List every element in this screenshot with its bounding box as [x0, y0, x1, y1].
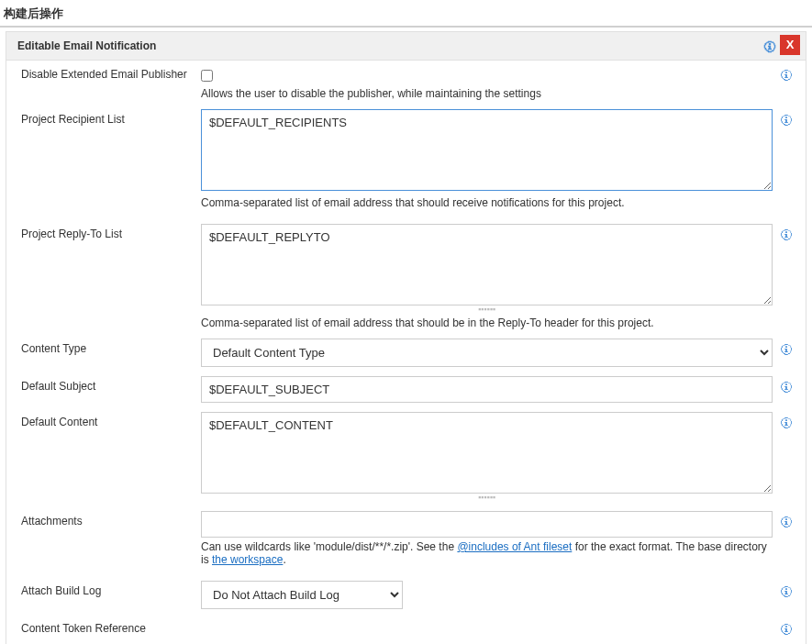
help-icon[interactable]: 🛈: [780, 380, 793, 394]
attachments-label: Attachments: [21, 511, 201, 527]
default-subject-label: Default Subject: [21, 376, 201, 393]
disable-publisher-checkbox[interactable]: [201, 70, 213, 82]
ant-fileset-link[interactable]: @includes of Ant fileset: [457, 540, 572, 553]
help-icon[interactable]: 🛈: [780, 584, 793, 599]
panel-title: Editable Email Notification: [17, 39, 156, 52]
default-content-textarea[interactable]: [201, 412, 773, 494]
help-icon[interactable]: 🛈: [763, 39, 776, 54]
replyto-list-label: Project Reply-To List: [21, 224, 201, 240]
help-icon[interactable]: 🛈: [780, 228, 793, 242]
default-content-label: Default Content: [21, 412, 201, 428]
recipient-list-label: Project Recipient List: [21, 109, 201, 126]
close-button[interactable]: X: [780, 35, 800, 55]
help-icon[interactable]: 🛈: [780, 515, 793, 529]
panel-header: Editable Email Notification 🛈 X: [6, 32, 806, 61]
recipient-list-textarea[interactable]: [201, 109, 773, 191]
help-icon[interactable]: 🛈: [780, 113, 793, 128]
help-icon[interactable]: 🛈: [780, 68, 793, 83]
section-header: 构建后操作: [0, 0, 812, 28]
attach-build-log-label: Attach Build Log: [21, 581, 201, 597]
replyto-list-textarea[interactable]: [201, 224, 773, 305]
disable-publisher-desc: Allows the user to disable the publisher…: [201, 87, 796, 100]
content-type-label: Content Type: [21, 339, 201, 355]
attachments-input[interactable]: [201, 511, 773, 538]
email-notification-panel: Editable Email Notification 🛈 X Disable …: [6, 31, 806, 644]
default-subject-input[interactable]: [201, 376, 773, 403]
workspace-link[interactable]: the workspace: [212, 553, 283, 566]
content-token-ref-label: Content Token Reference: [21, 618, 201, 635]
content-type-select[interactable]: Default Content Type: [201, 339, 773, 367]
help-icon[interactable]: 🛈: [780, 342, 793, 357]
help-icon[interactable]: 🛈: [780, 416, 793, 430]
recipient-list-desc: Comma-separated list of email address th…: [201, 196, 796, 209]
attach-build-log-select[interactable]: Do Not Attach Build Log: [201, 581, 403, 609]
attachments-desc: Can use wildcards like 'module/dist/**/*…: [201, 540, 796, 566]
help-icon[interactable]: 🛈: [780, 622, 793, 637]
disable-publisher-label: Disable Extended Email Publisher: [21, 64, 201, 81]
replyto-list-desc: Comma-separated list of email address th…: [201, 316, 796, 329]
